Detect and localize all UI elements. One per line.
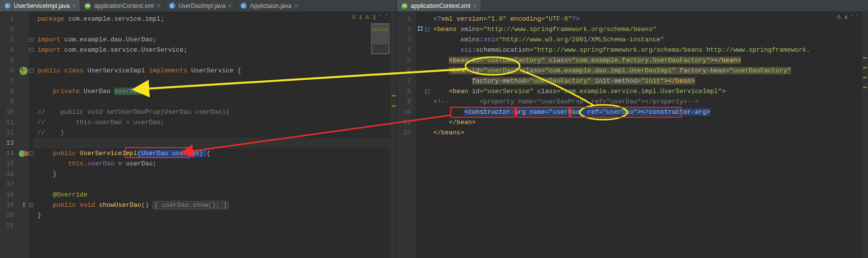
inspection-summary[interactable]: ⚠4 ˄ ˅ (836, 14, 859, 20)
warning-icon: ⚠ (365, 14, 370, 20)
close-icon[interactable]: × (229, 2, 232, 9)
close-icon[interactable]: × (72, 2, 76, 9)
svg-point-0 (85, 3, 91, 9)
tab-label: applicationContext.xml (94, 2, 154, 9)
tab-application[interactable]: C Applictaion.java × (236, 0, 302, 11)
svg-point-6 (23, 203, 25, 205)
fold-gutter: + + − − + (29, 12, 33, 258)
svg-point-7 (401, 3, 407, 9)
fold-toggle-icon[interactable]: − (29, 151, 33, 156)
tab-label: UserDaoImpl.java (178, 2, 225, 9)
line-number-gutter: 123456789101112 (397, 12, 416, 258)
beans-icon[interactable] (417, 26, 423, 33)
ide-root: C UserServiceImpl.java × applicationCont… (0, 0, 868, 258)
ctor-args: (UserDao userDao) (137, 150, 206, 157)
implements-icon[interactable] (19, 200, 29, 210)
left-editor-pane: C UserServiceImpl.java × applicationCont… (0, 0, 397, 258)
fold-toggle-icon[interactable]: − (425, 27, 430, 32)
close-icon[interactable]: × (473, 2, 477, 9)
svg-point-2 (21, 68, 23, 70)
close-icon[interactable]: × (157, 2, 160, 9)
tab-userdaoimpl[interactable]: C UserDaoImpl.java × (165, 0, 236, 11)
tab-appcontext-left[interactable]: applicationContext.xml × (80, 0, 165, 11)
nav-down-icon[interactable]: ˅ (856, 14, 859, 20)
fold-toggle-icon[interactable]: + (29, 203, 33, 207)
code-area[interactable]: <?xml version="1.0" encoding="UTF-8"?> <… (430, 12, 862, 258)
bean-gutter-icon[interactable] (19, 148, 29, 159)
tab-appcontext-right[interactable]: applicationContext.xml × (397, 0, 481, 11)
class-icon: C (240, 2, 247, 9)
fold-toggle-icon[interactable]: + (29, 48, 33, 52)
icon-gutter (416, 12, 425, 258)
spring-xml-icon (84, 2, 91, 9)
spring-xml-icon (401, 2, 408, 9)
svg-point-5 (24, 151, 29, 156)
class-icon: C (168, 2, 175, 9)
svg-rect-8 (418, 26, 420, 28)
svg-rect-9 (421, 26, 423, 28)
inspection-summary[interactable]: ⚠1 ⚠1 ˄ ˅ (351, 14, 388, 20)
svg-rect-10 (418, 29, 420, 31)
fold-toggle-icon[interactable]: − (425, 89, 430, 94)
nav-up-icon[interactable]: ˄ (379, 14, 382, 20)
minimap[interactable] (371, 23, 390, 54)
bean-gutter-icon[interactable] (19, 65, 29, 76)
warning-icon: ⚠ (351, 14, 356, 20)
left-tab-bar: C UserServiceImpl.java × applicationCont… (0, 0, 397, 12)
left-editor[interactable]: 123456789101112131415161718192021 + + − (0, 12, 397, 258)
svg-rect-11 (421, 29, 423, 31)
tab-label: Applictaion.java (250, 2, 292, 9)
tab-label: applicationContext.xml (411, 2, 470, 9)
right-editor[interactable]: 123456789101112 − − <?xml version="1.0" … (397, 12, 868, 258)
nav-up-icon[interactable]: ˄ (850, 14, 853, 20)
tab-userserviceimpl[interactable]: C UserServiceImpl.java × (0, 0, 80, 11)
code-area[interactable]: package com.example.service.impl; import… (33, 12, 391, 258)
fold-toggle-icon[interactable]: + (29, 37, 33, 42)
close-icon[interactable]: × (295, 2, 298, 9)
tab-label: UserServiceImpl.java (14, 2, 69, 9)
nav-down-icon[interactable]: ˅ (385, 14, 388, 20)
folded-body[interactable]: { userDao.show(); } (153, 201, 229, 209)
class-icon: C (4, 2, 11, 9)
line-number-gutter: 123456789101112131415161718192021 (0, 12, 19, 258)
warning-icon: ⚠ (836, 14, 841, 20)
right-editor-pane: applicationContext.xml × 123456789101112… (397, 0, 868, 258)
fold-gutter: − − (425, 12, 430, 258)
icon-gutter (19, 12, 29, 258)
right-tab-bar: applicationContext.xml × (397, 0, 868, 12)
error-stripe[interactable] (391, 12, 397, 258)
fold-toggle-icon[interactable]: − (29, 68, 33, 73)
error-stripe[interactable] (862, 12, 868, 258)
field-userdao: userDao (114, 88, 141, 95)
